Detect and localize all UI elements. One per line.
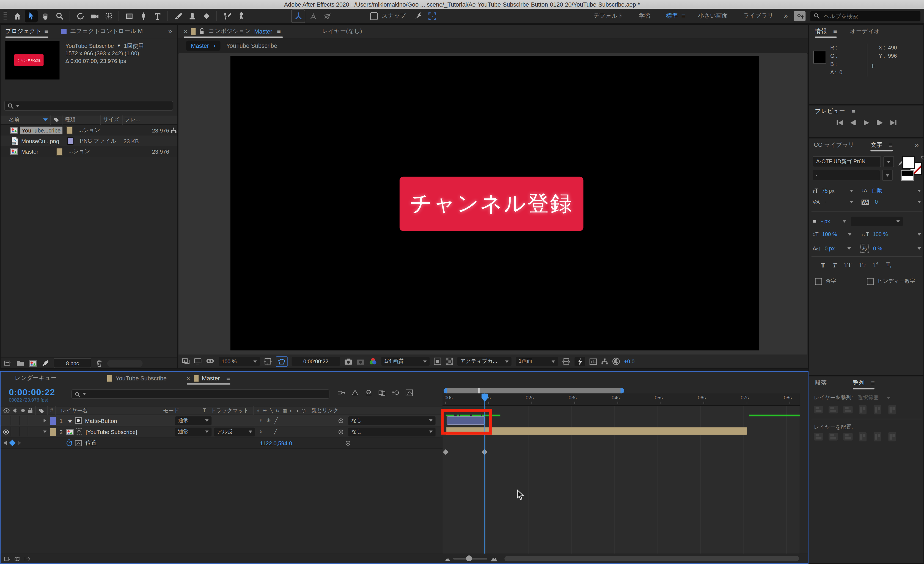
pen-tool[interactable]: [136, 10, 150, 22]
font-family-dropdown[interactable]: A-OTF UD新ゴ Pr6N: [813, 156, 881, 168]
snap-checkbox[interactable]: [370, 12, 378, 20]
tab-comp-youtube[interactable]: YouTube Subscribe: [107, 375, 166, 381]
tab-preview[interactable]: プレビュー: [815, 107, 845, 115]
graph-editor-icon[interactable]: [405, 389, 413, 396]
all-caps-button[interactable]: TT: [844, 261, 851, 268]
workspace-standard[interactable]: 標準: [666, 12, 678, 20]
horizontal-scale-value[interactable]: 100 %: [873, 232, 888, 237]
resolution-dropdown[interactable]: 1/4 画質: [381, 357, 429, 366]
property-value[interactable]: 1122.0,594.0: [260, 440, 292, 446]
label-column-icon[interactable]: [38, 407, 45, 414]
shy-icon[interactable]: ♀: [256, 408, 260, 413]
tab-comp-youtube-label[interactable]: YouTube Subscribe: [116, 375, 166, 381]
tab-cc-libraries[interactable]: CC ライブラリ: [814, 141, 854, 149]
fit-view-button[interactable]: [426, 10, 439, 22]
workspace-learn[interactable]: 学習: [639, 12, 651, 20]
next-frame-button[interactable]: [876, 120, 883, 126]
region-of-interest-icon[interactable]: [276, 356, 288, 367]
vertical-scale-value[interactable]: 100 %: [822, 232, 837, 237]
parent-dropdown[interactable]: なし: [348, 427, 435, 436]
panel-menu-icon[interactable]: ≡: [277, 28, 281, 35]
tsume-dropdown[interactable]: [851, 217, 903, 226]
local-axis-mode[interactable]: [291, 9, 305, 22]
monitor-icon[interactable]: [194, 358, 202, 365]
brush-tool[interactable]: [172, 10, 184, 22]
leading-value[interactable]: 自動: [872, 187, 882, 194]
usage-dropdown-icon[interactable]: ▼: [117, 42, 121, 49]
audio-toggle[interactable]: [11, 427, 20, 437]
shy-switch[interactable]: ♀: [259, 429, 262, 435]
search-options-icon[interactable]: [82, 393, 86, 395]
align-center-v-button[interactable]: [874, 405, 881, 414]
property-graph-icon[interactable]: [75, 440, 82, 446]
align-top-button[interactable]: [859, 405, 867, 414]
snap-label[interactable]: スナップ: [382, 12, 406, 20]
help-search-input[interactable]: [822, 12, 908, 20]
align-left-button[interactable]: [814, 406, 823, 413]
font-size-chevron[interactable]: [850, 189, 854, 192]
comp-mini-flowchart-icon[interactable]: [338, 389, 345, 396]
zoom-out-mountain-icon[interactable]: [445, 556, 450, 561]
video-toggle[interactable]: [0, 427, 10, 437]
exposure-icon[interactable]: [612, 358, 620, 365]
baseline-shift-chevron[interactable]: [848, 247, 851, 250]
column-frame[interactable]: フレ...: [125, 116, 140, 124]
view-layout-dropdown[interactable]: 1画面: [516, 357, 558, 366]
workspace-menu-icon[interactable]: ≡: [681, 12, 685, 19]
table-row[interactable]: YouTube...cribe ...ション 23.976: [0, 125, 177, 136]
panel-menu-icon[interactable]: ≡: [45, 28, 48, 35]
quality-icon[interactable]: ╲: [270, 408, 273, 413]
grid-guides-icon[interactable]: [264, 358, 272, 365]
work-area-start-handle[interactable]: [444, 388, 447, 393]
timeline-zoom-slider[interactable]: [453, 558, 487, 560]
composition-canvas[interactable]: チャンネル登録: [231, 56, 759, 350]
tab-paragraph[interactable]: 段落: [815, 379, 827, 387]
work-area-end-handle[interactable]: [620, 388, 624, 393]
close-icon[interactable]: ×: [187, 375, 190, 381]
layer-row[interactable]: 2 [YouTube Subscribe] 通常 アル反 ♀╱ なし: [0, 426, 442, 438]
zoom-in-mountain-icon[interactable]: [490, 556, 498, 561]
column-parent[interactable]: 親とリンク: [312, 407, 339, 414]
timeline-graph-icon[interactable]: [590, 358, 597, 365]
label-column-icon[interactable]: [53, 117, 60, 123]
distribute-center-h-button[interactable]: [874, 432, 881, 441]
tracking-value[interactable]: 0: [875, 199, 878, 205]
panel-overflow-icon[interactable]: »: [915, 141, 918, 149]
draft-3d-icon[interactable]: [351, 389, 359, 396]
help-search-box[interactable]: [810, 11, 920, 21]
world-axis-mode[interactable]: [306, 10, 319, 22]
parent-pickwhip-icon[interactable]: [338, 417, 344, 424]
frame-blend-icon[interactable]: [378, 389, 386, 396]
workspace-library[interactable]: ライブラリ: [743, 12, 773, 20]
column-track-matte[interactable]: トラックマット: [211, 407, 249, 414]
new-folder-icon[interactable]: [16, 360, 24, 367]
tab-effect-controls[interactable]: エフェクトコントロール M: [70, 27, 143, 36]
small-caps-button[interactable]: TT: [859, 261, 866, 268]
mask-feather-tool[interactable]: [412, 10, 425, 22]
motion-blur-icon[interactable]: ◐: [290, 408, 292, 413]
panel-menu-icon[interactable]: ≡: [833, 28, 837, 35]
comp-flowchart-icon[interactable]: [601, 358, 608, 365]
video-toggle[interactable]: [0, 416, 10, 425]
tab-info[interactable]: 情報: [815, 27, 827, 36]
tab-comp-master[interactable]: Master: [202, 375, 220, 381]
camera-dropdown[interactable]: アクティブカ...: [458, 357, 512, 366]
layer-label-swatch[interactable]: [50, 428, 56, 435]
blend-mode-dropdown[interactable]: 通常: [175, 416, 212, 425]
hand-tool[interactable]: [39, 10, 52, 22]
font-family-chevron[interactable]: [883, 156, 894, 168]
breadcrumb-back-icon[interactable]: ‹: [214, 42, 216, 49]
previous-frame-button[interactable]: [849, 120, 856, 126]
lock-toggle[interactable]: [28, 416, 36, 425]
zoom-slider-handle[interactable]: [466, 555, 472, 561]
view-axis-mode[interactable]: [321, 10, 334, 22]
rectangle-tool[interactable]: [123, 10, 136, 22]
workspace-default[interactable]: デフォルト: [594, 12, 624, 20]
target-region-icon[interactable]: [434, 358, 441, 365]
close-icon[interactable]: ×: [184, 28, 188, 34]
snapshot-camera-icon[interactable]: [344, 358, 352, 365]
faux-italic-button[interactable]: T: [833, 261, 837, 268]
align-bottom-button[interactable]: [888, 405, 896, 414]
pixel-aspect-icon[interactable]: [562, 358, 570, 365]
column-layer-name[interactable]: レイヤー名: [61, 407, 88, 414]
